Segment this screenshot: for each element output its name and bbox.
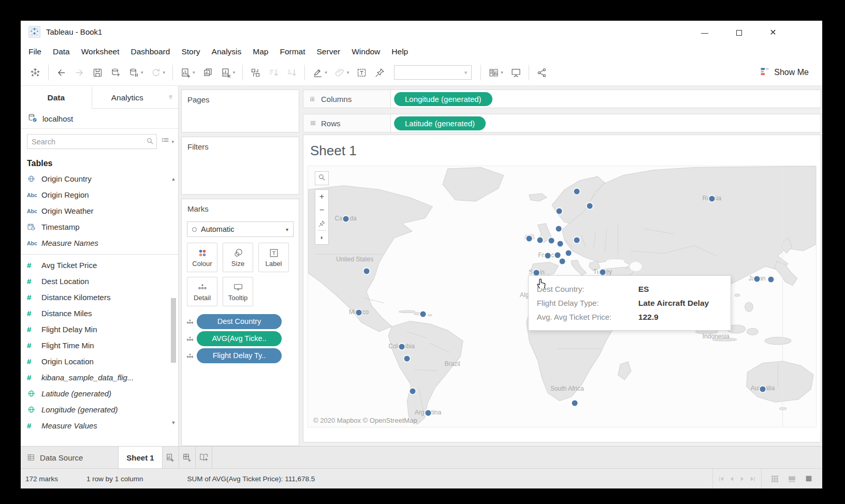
grid-view-icon[interactable]: [770, 475, 779, 483]
field-origin-region[interactable]: AbcOrigin Region: [21, 187, 178, 203]
field-flight-time-min[interactable]: #Flight Time Min: [21, 337, 178, 353]
duplicate-button[interactable]: [199, 64, 217, 81]
map-point-austria[interactable]: [566, 250, 572, 256]
chevron-down-icon[interactable]: ▾: [171, 139, 174, 144]
map-point-united-kingdom[interactable]: [537, 237, 543, 243]
fullscreen-icon[interactable]: [805, 475, 813, 483]
field-origin-location[interactable]: #Origin Location: [21, 353, 178, 369]
menu-data[interactable]: Data: [47, 47, 76, 56]
next-page-icon[interactable]: [738, 475, 746, 483]
field-avg-ticket-price[interactable]: #Avg Ticket Price: [21, 257, 178, 273]
pane-collapse-icon[interactable]: [163, 87, 178, 108]
menu-worksheet[interactable]: Worksheet: [76, 47, 125, 56]
presentation-mode-button[interactable]: [507, 64, 525, 81]
map-point-japan-west[interactable]: [754, 276, 760, 281]
field-kibana-sample-data-flig[interactable]: #kibana_sample_data_flig...: [21, 369, 178, 386]
show-hide-cards-button[interactable]: ▾: [485, 64, 507, 81]
marks-label-button[interactable]: Label: [258, 243, 289, 272]
field-origin-weather[interactable]: AbcOrigin Weather: [21, 203, 178, 219]
tab-analytics[interactable]: Analytics: [92, 87, 163, 108]
group-members-button[interactable]: ▾: [331, 64, 353, 81]
redo-button[interactable]: [70, 64, 89, 81]
scroll-down-icon[interactable]: ▼: [170, 420, 177, 425]
map-point-denmark[interactable]: [556, 226, 561, 231]
new-worksheet-button[interactable]: ▾: [177, 64, 199, 81]
map-search-button[interactable]: [315, 171, 329, 185]
map-point-puerto-rico[interactable]: [420, 312, 426, 317]
share-workbook-button[interactable]: [533, 64, 551, 81]
map-point-poland[interactable]: [574, 237, 579, 243]
save-button[interactable]: [89, 64, 107, 81]
map-point-switzerland[interactable]: [555, 252, 560, 258]
mark-type-dropdown[interactable]: Automatic ▾: [187, 221, 294, 237]
fields-scrollbar[interactable]: ▲ ▼: [170, 176, 177, 425]
new-dashboard-tab-button[interactable]: [179, 447, 196, 468]
map-point-sweden-north[interactable]: [574, 188, 579, 194]
run-update-button[interactable]: ▾: [147, 64, 169, 81]
data-source-tab[interactable]: Data Source: [21, 447, 118, 468]
field-dest-location[interactable]: #Dest Location: [21, 273, 178, 289]
field-measure-names[interactable]: AbcMeasure Names: [21, 235, 178, 251]
map-point-ireland[interactable]: [526, 235, 532, 241]
map-point-peru[interactable]: [404, 356, 410, 362]
tab-data[interactable]: Data: [21, 87, 92, 109]
sort-ascending-button[interactable]: [265, 64, 283, 81]
pause-updates-button[interactable]: ▾: [125, 64, 147, 81]
maximize-button[interactable]: [722, 28, 756, 37]
tableau-logo-button[interactable]: [26, 64, 45, 81]
rows-shelf[interactable]: Rows: [303, 114, 391, 132]
menu-story[interactable]: Story: [176, 47, 206, 56]
marks-detail-button[interactable]: Detail: [187, 277, 217, 306]
map-view[interactable]: CanadaUnited StatesMexicoColombiaBrazilA…: [308, 166, 817, 427]
rows-pill[interactable]: Latitude (generated): [394, 116, 486, 130]
view-as-list-icon[interactable]: [161, 136, 170, 147]
field-timestamp[interactable]: Timestamp: [21, 219, 178, 235]
field-flight-delay-min[interactable]: #Flight Delay Min: [21, 321, 178, 337]
map-point-russia[interactable]: [709, 196, 715, 202]
map-point-canada[interactable]: [343, 216, 348, 221]
first-page-icon[interactable]: [718, 475, 725, 483]
pill-dest-country[interactable]: Dest Country: [197, 314, 282, 329]
menu-map[interactable]: Map: [247, 47, 274, 56]
zoom-out-button[interactable]: −: [315, 203, 328, 217]
search-input[interactable]: [27, 134, 157, 149]
last-page-icon[interactable]: [749, 475, 756, 483]
field-longitude-generated[interactable]: Longitude (generated): [21, 402, 178, 418]
pill-flight-delay-ty[interactable]: Flight Delay Ty..: [197, 348, 282, 363]
map-point-colombia[interactable]: [399, 344, 404, 350]
close-button[interactable]: ✕: [756, 27, 790, 37]
map-point-netherlands[interactable]: [548, 238, 554, 243]
scroll-up-icon[interactable]: ▲: [170, 176, 177, 182]
marks-colour-button[interactable]: Colour: [187, 243, 217, 272]
field-distance-kilometers[interactable]: #Distance Kilometers: [21, 289, 178, 305]
map-point-south-africa[interactable]: [572, 401, 578, 406]
menu-window[interactable]: Window: [346, 47, 386, 56]
highlight-button[interactable]: ▾: [309, 64, 331, 81]
marks-tooltip-button[interactable]: Tooltip: [223, 277, 253, 306]
undo-button[interactable]: [52, 64, 70, 81]
pages-card[interactable]: Pages: [181, 90, 299, 132]
map-point-germany[interactable]: [557, 241, 563, 246]
map-point-argentina[interactable]: [425, 410, 431, 416]
zoom-in-button[interactable]: +: [315, 190, 328, 203]
menu-analysis[interactable]: Analysis: [206, 47, 247, 56]
marks-size-button[interactable]: Size: [223, 243, 253, 272]
menu-help[interactable]: Help: [386, 47, 414, 56]
menu-server[interactable]: Server: [311, 47, 346, 56]
fit-selector-combo[interactable]: ▾: [394, 65, 472, 80]
new-worksheet-tab-button[interactable]: [163, 447, 179, 468]
pill-avg-avg-ticke[interactable]: AVG(Avg Ticke..: [197, 331, 282, 346]
data-source-connection[interactable]: localhost: [21, 109, 178, 129]
swap-rows-columns-button[interactable]: [246, 64, 265, 81]
menu-dashboard[interactable]: Dashboard: [125, 47, 176, 56]
clear-sheet-button[interactable]: ▾: [217, 64, 239, 81]
show-mark-labels-button[interactable]: [353, 64, 371, 81]
columns-pill[interactable]: Longitude (generated): [394, 92, 492, 106]
new-story-tab-button[interactable]: [196, 447, 212, 468]
previous-page-icon[interactable]: [728, 475, 736, 483]
sort-descending-button[interactable]: [283, 64, 301, 81]
filmstrip-view-icon[interactable]: [788, 475, 796, 483]
field-latitude-generated[interactable]: Latitude (generated): [21, 386, 178, 402]
map-point-australia[interactable]: [760, 386, 765, 392]
tab-sheet-1[interactable]: Sheet 1: [118, 447, 163, 468]
